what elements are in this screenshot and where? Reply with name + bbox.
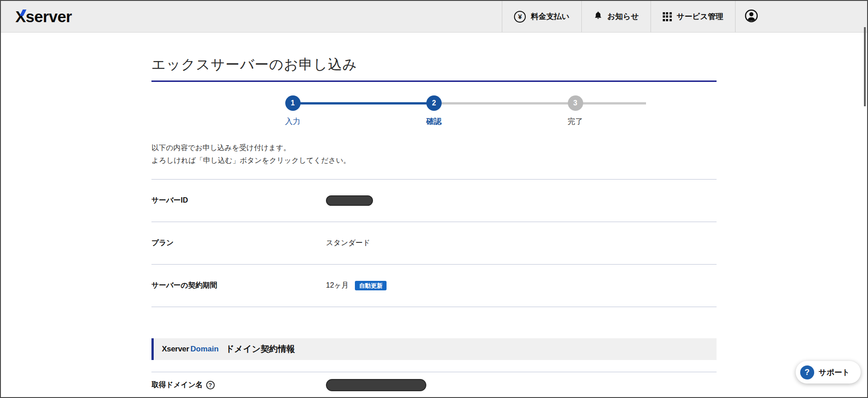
nav-item-news-label: お知らせ [608, 11, 639, 22]
top-header: Xserver ¥ 料金支払い お知らせ サービス管理 [1, 1, 867, 33]
nav-item-payment-label: 料金支払い [531, 11, 569, 22]
nav-item-payment[interactable]: ¥ 料金支払い [502, 1, 581, 32]
step-connector-todo [434, 102, 646, 104]
acquired-domain-value [326, 379, 426, 391]
intro-line-1: 以下の内容でお申し込みを受け付けます。 [151, 142, 717, 154]
logo-rest: server [26, 8, 72, 26]
domain-brand: Xserver [162, 345, 189, 354]
main-content: エックスサーバーのお申し込み 1 2 3 入力 確認 完了 以下の内容でお申し込… [151, 55, 717, 398]
nav-item-news[interactable]: お知らせ [581, 1, 651, 32]
acquired-domain-label-wrap: 取得ドメイン名 ? [151, 380, 326, 390]
support-question-icon: ? [800, 365, 814, 379]
scrollbar-thumb[interactable] [864, 27, 866, 106]
row-plan: プラン スタンダード [151, 222, 717, 265]
user-avatar-icon[interactable] [745, 9, 758, 24]
contract-period-months: 12ヶ月 [326, 281, 349, 290]
support-button-label: サポート [819, 367, 850, 378]
domain-brand-accent: Domain [190, 345, 218, 354]
row-acquired-domain: 取得ドメイン名 ? [151, 372, 717, 398]
auto-renew-badge: 自動更新 [355, 281, 387, 290]
domain-section-title: ドメイン契約情報 [226, 343, 295, 355]
step-number-1: 1 [291, 99, 295, 107]
step-circle-1: 1 [285, 95, 301, 111]
acquired-domain-label: 取得ドメイン名 [151, 380, 203, 390]
step-connector-done [293, 102, 434, 104]
intro-line-2: よろしければ「申し込む」ボタンをクリックしてください。 [151, 154, 717, 167]
step-label-confirm: 確認 [426, 116, 442, 127]
step-circle-2: 2 [426, 95, 442, 111]
bell-icon [594, 10, 603, 23]
header-nav: ¥ 料金支払い お知らせ サービス管理 [502, 1, 867, 32]
account-area [735, 1, 867, 32]
redacted-server-id [326, 195, 373, 206]
help-question-icon[interactable]: ? [206, 381, 215, 389]
contract-period-label: サーバーの契約期間 [151, 281, 326, 290]
plan-label: プラン [151, 238, 326, 248]
xserver-logo[interactable]: Xserver [1, 1, 72, 32]
contract-period-value: 12ヶ月 自動更新 [326, 281, 387, 290]
step-number-2: 2 [432, 99, 436, 107]
grid-icon [663, 12, 672, 21]
server-detail-rows: サーバーID プラン スタンダード サーバーの契約期間 12ヶ月 自動更新 [151, 179, 717, 307]
step-circle-3: 3 [568, 95, 583, 111]
step-number-3: 3 [573, 99, 577, 107]
logo-letter-x: X [15, 8, 26, 26]
support-button[interactable]: ? サポート [796, 361, 861, 384]
redacted-domain-name [326, 379, 426, 391]
step-label-input: 入力 [285, 116, 301, 127]
domain-section-header: Xserver Domain ドメイン契約情報 [151, 338, 717, 360]
step-label-complete: 完了 [568, 116, 583, 127]
row-contract-period: サーバーの契約期間 12ヶ月 自動更新 [151, 265, 717, 307]
page-title: エックスサーバーのお申し込み [151, 55, 717, 82]
server-id-label: サーバーID [151, 196, 326, 205]
progress-steps: 1 2 3 入力 確認 完了 [151, 95, 717, 130]
intro-text: 以下の内容でお申し込みを受け付けます。 よろしければ「申し込む」ボタンをクリック… [151, 142, 717, 167]
plan-value: スタンダード [326, 238, 370, 248]
row-server-id: サーバーID [151, 180, 717, 222]
nav-item-service-label: サービス管理 [677, 11, 723, 22]
nav-item-service-管理[interactable]: サービス管理 [651, 1, 735, 32]
browser-viewport: Xserver ¥ 料金支払い お知らせ サービス管理 [0, 0, 868, 398]
yen-circle-icon: ¥ [514, 11, 526, 23]
server-id-value [326, 195, 373, 206]
